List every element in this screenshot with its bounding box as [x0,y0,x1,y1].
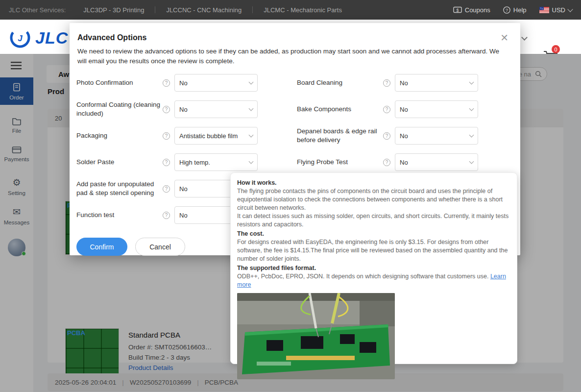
field-board-cleaning: Board Cleaning No [297,74,513,92]
cancel-button[interactable]: Cancel [135,238,185,256]
select-value: Antistatic bubble film [179,132,238,140]
photo-confirmation-select[interactable]: No [174,74,258,92]
link-jlc3dp[interactable]: JLC3DP - 3D Printing [83,6,144,14]
select-value: No [179,106,188,113]
confirm-button[interactable]: Confirm [76,238,127,256]
help-icon[interactable] [163,159,170,166]
coupon-icon: $ [453,6,462,13]
link-jlccnc[interactable]: JLCCNC - CNC Machining [166,6,242,14]
solder-paste-select[interactable]: High temp. [174,153,258,171]
select-value: No [179,212,188,219]
field-label: Board Cleaning [297,78,383,87]
help-icon[interactable] [383,106,390,113]
cart-badge: 0 [552,45,560,53]
tooltip-how-line2: It can detect issues such as missing sol… [237,212,510,229]
logo-swirl-icon: J [9,26,31,49]
field-packaging: Packaging Antistatic bubble film [76,127,297,145]
field-bake-components: Bake Components No [297,100,513,118]
coupons-label: Coupons [465,6,490,14]
help-icon[interactable] [163,185,170,193]
depanel-boards-select[interactable]: No [395,127,478,145]
help-icon: ? [503,6,510,14]
chevron-down-icon [469,106,474,111]
help-button[interactable]: ? Help [503,6,527,14]
conformal-coating-select[interactable]: No [174,100,258,118]
jlc-logo[interactable]: J JLC [9,26,68,49]
field-label: Flying Probe Test [297,158,383,167]
help-icon[interactable] [163,79,170,87]
chevron-down-icon [567,6,573,12]
select-value: No [400,79,408,87]
currency-label: USD [552,6,565,14]
flying-probe-test-select[interactable]: No [395,153,478,171]
modal-title: Advanced Options [70,23,520,42]
tooltip-format-body: ODB++, PcbDoc, EPRO, JSON. It depends on… [237,272,510,289]
select-value: No [179,185,188,193]
tooltip-how-title: How it works. [237,179,510,187]
field-photo-confirmation: Photo Confirmation No [76,74,297,92]
field-label: Photo Confirmation [76,78,163,87]
flying-probe-photo [237,293,395,379]
field-label: Solder Paste [76,158,163,167]
chevron-down-icon [469,159,474,164]
modal-description: We need to review the advanced options t… [70,42,515,66]
chevron-down-icon [249,80,254,85]
account-chevron-down-icon[interactable] [521,34,528,41]
help-icon[interactable] [163,212,170,219]
topbar-right: $ Coupons ? Help USD [453,6,572,14]
board-cleaning-select[interactable]: No [395,74,478,92]
flying-probe-tooltip: How it works. The flying probe contacts … [230,172,517,364]
select-value: High temp. [179,159,210,166]
chevron-down-icon [469,133,474,138]
chevron-down-icon [249,133,254,138]
top-services-bar: JLC Other Services: JLC3DP - 3D Printing… [0,0,581,20]
svg-text:$: $ [456,8,459,13]
field-label: Conformal Coating (cleaning included) [76,100,163,118]
help-icon[interactable] [163,132,170,140]
help-icon[interactable] [163,106,170,113]
currency-selector[interactable]: USD [539,6,572,14]
help-icon[interactable] [383,159,390,166]
tooltip-cost-body: For designs created with EasyEDA, the en… [237,238,510,263]
tooltip-format-title: The supported files format. [237,264,510,272]
svg-text:?: ? [506,8,508,13]
help-icon[interactable] [383,79,390,87]
field-flying-probe-test: Flying Probe Test No [297,153,513,171]
select-value: No [400,159,408,166]
bake-components-select[interactable]: No [395,100,478,118]
tooltip-how-line1: The flying probe contacts the pins of co… [237,187,510,212]
close-icon[interactable]: ✕ [500,33,508,43]
us-flag-icon [539,7,549,13]
chevron-down-icon [469,80,474,85]
help-label: Help [513,6,527,14]
select-value: No [400,106,408,113]
link-jlcmc[interactable]: JLCMC - Mechatronic Parts [264,6,342,14]
coupons-button[interactable]: $ Coupons [453,6,490,14]
field-label: Add paste for unpopulated pad & step ste… [76,180,163,197]
select-value: No [179,79,188,87]
tooltip-format-text: ODB++, PcbDoc, EPRO, JSON. It depends on… [237,273,490,280]
field-label: Bake Components [297,105,383,114]
field-label: Depanel boards & edge rail before delive… [297,127,383,145]
field-label: Function test [76,211,163,220]
field-conformal-coating: Conformal Coating (cleaning included) No [76,100,297,118]
divider [155,6,155,13]
field-label: Packaging [76,131,163,140]
logo-text: JLC [35,28,68,48]
tooltip-cost-title: The cost. [237,230,510,238]
field-solder-paste: Solder Paste High temp. [76,153,297,171]
other-services-label: JLC Other Services: [9,6,66,14]
field-depanel-boards: Depanel boards & edge rail before delive… [297,127,513,145]
chevron-down-icon [249,106,254,111]
divider [252,6,253,13]
svg-text:J: J [18,34,23,43]
chevron-down-icon [249,159,254,164]
help-icon[interactable] [383,132,390,140]
select-value: No [400,132,408,140]
packaging-select[interactable]: Antistatic bubble film [174,127,258,145]
